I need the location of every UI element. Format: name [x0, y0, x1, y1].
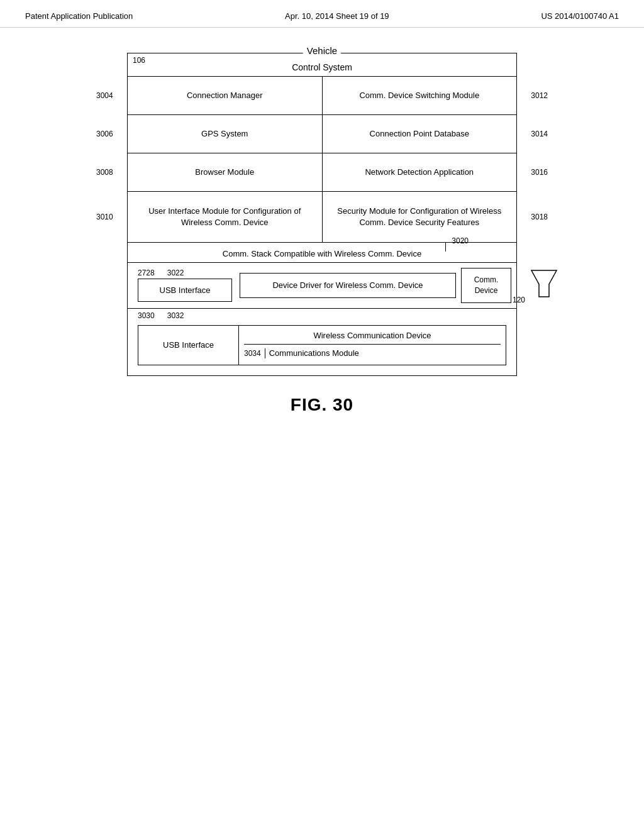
bottom-spacer: [128, 370, 516, 375]
row-1: 3004 Connection Manager Comm. Device Swi…: [128, 77, 516, 115]
driver-cell: Device Driver for Wireless Comm. Device: [240, 273, 456, 298]
ref-3010: 3010: [96, 213, 113, 221]
cell-security-module: Security Module for Configuration of Wir…: [323, 192, 517, 242]
usb-driver-row: 2728 3022 USB Interface Device Driver fo…: [128, 263, 516, 309]
ref-3032: 3032: [167, 311, 184, 320]
funnel-shape: [529, 268, 559, 303]
comm-module-label: Communications Module: [269, 348, 359, 358]
svg-marker-0: [531, 270, 557, 297]
driver-label: Device Driver for Wireless Comm. Device: [272, 280, 423, 291]
header-left: Patent Application Publication: [25, 11, 133, 21]
ref-120: 120: [513, 296, 525, 304]
comm-switching-text: Comm. Device Switching Module: [359, 90, 479, 101]
page-header: Patent Application Publication Apr. 10, …: [0, 0, 644, 28]
diagram-area: Vehicle 106 Control System 3004 Connecti…: [0, 28, 644, 428]
cell-comm-switching: Comm. Device Switching Module: [323, 77, 517, 114]
ref-3022: 3022: [167, 268, 184, 277]
ref-3020-line: [445, 243, 446, 252]
ref-3020: 3020: [452, 236, 469, 245]
wireless-refs-row: 3030 3032: [128, 309, 516, 320]
ref-3016: 3016: [531, 168, 548, 177]
ref-3018: 3018: [531, 213, 548, 221]
vehicle-box: Vehicle 106 Control System 3004 Connecti…: [127, 53, 517, 376]
ref-3014: 3014: [531, 130, 548, 138]
row-4: 3010 User Interface Module for Configura…: [128, 192, 516, 243]
network-detection-text: Network Detection Application: [365, 167, 474, 178]
ref-3034-line: [265, 348, 265, 358]
usb-interface-cell: USB Interface: [138, 279, 232, 302]
cell-browser: Browser Module: [128, 153, 323, 191]
comm-stack-row: Comm. Stack Compatible with Wireless Com…: [128, 243, 516, 263]
header-center: Apr. 10, 2014 Sheet 19 of 19: [285, 11, 389, 21]
usb-inner-label: USB Interface: [163, 340, 214, 350]
cell-network-detection: Network Detection Application: [323, 153, 517, 191]
row-2: 3006 GPS System Connection Point Databas…: [128, 115, 516, 153]
gps-text: GPS System: [201, 128, 248, 140]
control-inner: 3004 Connection Manager Comm. Device Swi…: [128, 77, 516, 375]
cell-ui-module: User Interface Module for Configuration …: [128, 192, 323, 242]
wireless-inner: USB Interface Wireless Communication Dev…: [138, 326, 506, 365]
ref-3006: 3006: [96, 130, 113, 138]
ref-3012: 3012: [531, 91, 548, 100]
usb-label: USB Interface: [160, 285, 211, 295]
ref-3008: 3008: [96, 168, 113, 177]
wireless-comm-device-label: Wireless Communication Device: [244, 328, 501, 345]
wireless-right-section: Wireless Communication Device 3034 Commu…: [239, 326, 506, 365]
vehicle-label: Vehicle: [303, 45, 341, 56]
cell-gps: GPS System: [128, 115, 323, 153]
browser-text: Browser Module: [195, 167, 254, 178]
ref-2728: 2728: [138, 268, 155, 277]
connection-db-text: Connection Point Database: [370, 128, 469, 140]
header-right: US 2014/0100740 A1: [541, 11, 619, 21]
row-3: 3008 Browser Module Network Detection Ap…: [128, 153, 516, 192]
wireless-device-box: USB Interface Wireless Communication Dev…: [138, 325, 506, 365]
usb-inner-cell: USB Interface: [138, 326, 239, 365]
comm-device-cell: Comm. Device: [461, 268, 511, 303]
ui-module-text: User Interface Module for Configuration …: [138, 206, 312, 228]
connection-manager-text: Connection Manager: [187, 90, 263, 101]
comm-device-label: Comm. Device: [464, 275, 508, 296]
comm-stack-label: Comm. Stack Compatible with Wireless Com…: [223, 249, 421, 258]
main-container: Vehicle 106 Control System 3004 Connecti…: [127, 53, 517, 376]
ref-106: 106: [133, 56, 145, 65]
cell-connection-manager: Connection Manager: [128, 77, 323, 114]
ref-3030: 3030: [138, 311, 155, 320]
control-system-label: Control System: [128, 58, 516, 77]
fig-label: FIG. 30: [291, 395, 353, 415]
comm-module-row: 3034 Communications Module: [244, 345, 501, 362]
ref-3004: 3004: [96, 91, 113, 100]
cell-connection-db: Connection Point Database: [323, 115, 517, 153]
security-module-text: Security Module for Configuration of Wir…: [333, 206, 507, 228]
ref-3034: 3034: [244, 349, 261, 358]
